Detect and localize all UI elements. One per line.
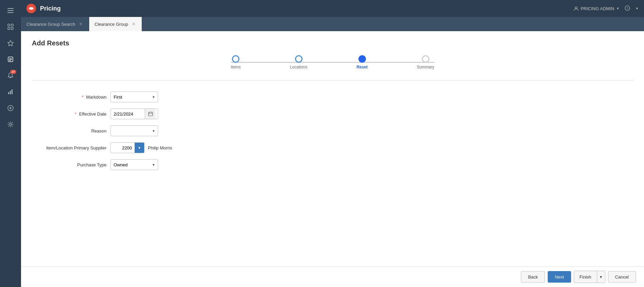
tab-clearance-group-search[interactable]: Clearance Group Search ✕ <box>21 17 89 31</box>
cancel-button[interactable]: Cancel <box>608 271 636 283</box>
user-chevron-icon: ▼ <box>616 7 619 10</box>
svg-rect-14 <box>12 89 13 94</box>
app-title: Pricing <box>40 5 570 12</box>
sidebar-item-analytics[interactable] <box>3 85 18 99</box>
reason-select-wrap: ▼ <box>111 125 158 136</box>
user-label: PRICING ADMIN <box>581 6 614 11</box>
tab-label-clearance-group-search: Clearance Group Search <box>26 22 75 27</box>
user-menu[interactable]: PRICING ADMIN ▼ <box>574 6 619 11</box>
step-locations[interactable]: Locations <box>290 55 307 69</box>
stepper-divider <box>32 80 633 81</box>
svg-rect-5 <box>8 27 10 29</box>
reason-row: Reason ▼ <box>32 125 633 136</box>
tab-clearance-group[interactable]: Clearance Group ✕ <box>89 17 142 31</box>
stepper: Items Locations Reset Summary <box>32 55 633 69</box>
svg-rect-23 <box>149 112 153 116</box>
step-locations-circle <box>295 55 303 63</box>
supplier-name-label: Philip Morris <box>148 145 172 150</box>
topbar-right: PRICING ADMIN ▼ ? ▼ <box>574 5 639 12</box>
hamburger-icon[interactable] <box>3 3 18 18</box>
next-button[interactable]: Next <box>548 271 571 283</box>
step-reset[interactable]: Reset <box>356 55 368 69</box>
main-panel: Pricing PRICING ADMIN ▼ ? ▼ Clearance Gr… <box>21 0 644 287</box>
svg-rect-3 <box>8 24 10 26</box>
purchase-type-select-wrap: Owned Consignment Direct Delivery ▼ <box>111 159 158 170</box>
step-items-circle <box>232 55 239 63</box>
svg-rect-6 <box>11 27 13 29</box>
form-area: * Markdown First Second Third ▼ * Effect… <box>32 91 633 258</box>
markdown-row: * Markdown First Second Third ▼ <box>32 91 633 102</box>
footer: Back Next Finish ▼ Cancel <box>21 266 644 287</box>
calendar-icon[interactable] <box>145 108 156 119</box>
effective-date-row: * Effective Date <box>32 108 633 119</box>
reason-label: Reason <box>32 128 106 134</box>
markdown-select-wrap: First Second Third ▼ <box>111 91 158 102</box>
stepper-items: Items Locations Reset Summary <box>231 55 434 69</box>
sidebar-item-favorites[interactable] <box>3 36 18 50</box>
supplier-input[interactable] <box>111 143 135 153</box>
sidebar-item-notifications[interactable]: 47 <box>3 68 18 83</box>
svg-point-20 <box>575 7 577 9</box>
effective-date-label: * Effective Date <box>32 111 106 117</box>
supplier-label: Item/Location Primary Supplier <box>32 145 106 150</box>
page-title: Add Resets <box>32 39 633 47</box>
step-summary-label: Summary <box>417 65 434 69</box>
markdown-required-star: * <box>82 95 83 100</box>
app-logo <box>26 4 36 13</box>
effective-date-input-wrap <box>111 108 158 119</box>
supplier-row: Item/Location Primary Supplier ▼ Philip … <box>32 142 633 153</box>
svg-rect-1 <box>7 10 14 11</box>
finish-button[interactable]: Finish <box>574 271 597 283</box>
sidebar-item-tasks[interactable] <box>3 52 18 66</box>
svg-rect-13 <box>10 91 11 94</box>
step-reset-circle <box>358 55 366 63</box>
supplier-input-wrap: ▼ <box>111 142 144 153</box>
svg-rect-4 <box>11 24 13 26</box>
svg-rect-0 <box>7 8 14 9</box>
step-items[interactable]: Items <box>231 55 241 69</box>
tab-close-clearance-group-search[interactable]: ✕ <box>78 21 83 27</box>
effective-date-input[interactable] <box>111 109 145 119</box>
svg-marker-7 <box>8 40 14 46</box>
notification-badge: 47 <box>10 70 16 74</box>
sidebar-item-add[interactable] <box>3 101 18 115</box>
topbar: Pricing PRICING ADMIN ▼ ? ▼ <box>21 0 644 17</box>
back-button[interactable]: Back <box>521 271 545 283</box>
supplier-dropdown-icon[interactable]: ▼ <box>135 142 144 153</box>
svg-rect-12 <box>8 92 9 94</box>
effective-date-required-star: * <box>75 111 77 117</box>
finish-dropdown-arrow-icon[interactable]: ▼ <box>597 271 605 283</box>
svg-rect-2 <box>7 12 14 13</box>
supplier-wrap: ▼ Philip Morris <box>111 142 172 153</box>
sidebar-item-dashboard[interactable] <box>3 20 18 34</box>
topbar-chevron-icon: ▼ <box>636 7 639 10</box>
markdown-select[interactable]: First Second Third <box>111 91 158 102</box>
sidebar-item-settings[interactable] <box>3 117 18 131</box>
step-summary-circle <box>422 55 429 63</box>
finish-split-button: Finish ▼ <box>574 271 605 283</box>
svg-rect-8 <box>8 57 13 62</box>
markdown-label: * Markdown <box>32 95 106 100</box>
tab-label-clearance-group: Clearance Group <box>95 22 128 27</box>
tabbar: Clearance Group Search ✕ Clearance Group… <box>21 17 644 31</box>
step-reset-label: Reset <box>356 65 368 69</box>
svg-text:?: ? <box>627 7 628 10</box>
svg-point-18 <box>9 123 12 125</box>
purchase-type-row: Purchase Type Owned Consignment Direct D… <box>32 159 633 170</box>
reason-select[interactable] <box>111 125 158 136</box>
step-summary[interactable]: Summary <box>417 55 434 69</box>
step-items-label: Items <box>231 65 241 69</box>
help-button[interactable]: ? <box>625 5 630 12</box>
tab-close-clearance-group[interactable]: ✕ <box>131 21 136 27</box>
svg-point-19 <box>29 7 34 10</box>
purchase-type-select[interactable]: Owned Consignment Direct Delivery <box>111 159 158 170</box>
step-locations-label: Locations <box>290 65 307 69</box>
purchase-type-label: Purchase Type <box>32 162 106 167</box>
content-area: Add Resets Items Locations Reset <box>21 31 644 266</box>
sidebar: 47 <box>0 0 21 287</box>
